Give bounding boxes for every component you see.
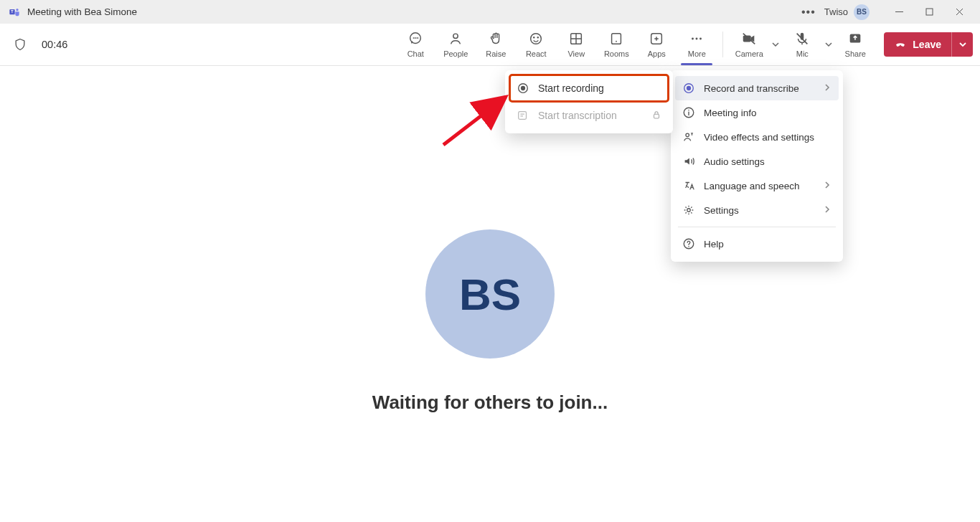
chat-icon bbox=[407, 31, 423, 47]
view-label: View bbox=[567, 49, 585, 58]
menu-meeting-info-label: Meeting info bbox=[704, 108, 757, 118]
leave-options-chevron-icon[interactable] bbox=[951, 32, 973, 57]
camera-label: Camera bbox=[735, 49, 763, 58]
camera-options-chevron-icon[interactable] bbox=[769, 40, 782, 49]
menu-audio-settings[interactable]: Audio settings bbox=[675, 149, 839, 174]
meeting-toolbar: 00:46 Chat People Raise React View bbox=[0, 24, 980, 66]
chevron-right-icon bbox=[823, 205, 831, 216]
apps-label: Apps bbox=[648, 49, 666, 58]
menu-separator bbox=[678, 227, 836, 227]
svg-rect-3 bbox=[926, 9, 933, 15]
hangup-icon bbox=[894, 37, 907, 52]
more-menu: Record and transcribe Meeting info Video… bbox=[671, 70, 843, 262]
people-label: People bbox=[443, 49, 468, 58]
raise-label: Raise bbox=[486, 49, 506, 58]
meeting-timer: 00:46 bbox=[42, 39, 67, 50]
menu-settings-label: Settings bbox=[704, 205, 739, 216]
menu-help[interactable]: Help bbox=[675, 232, 839, 256]
chat-button[interactable]: Chat bbox=[395, 24, 435, 65]
svg-point-12 bbox=[692, 38, 694, 40]
info-icon bbox=[682, 106, 695, 119]
submenu-start-transcription: Start transcription bbox=[509, 102, 669, 129]
svg-point-25 bbox=[521, 86, 525, 90]
waiting-text: Waiting for others to join... bbox=[372, 392, 608, 414]
rooms-button[interactable]: Rooms bbox=[596, 24, 636, 65]
mic-off-icon bbox=[794, 31, 810, 47]
audio-icon bbox=[682, 155, 695, 168]
mic-button[interactable]: Mic bbox=[782, 24, 822, 65]
menu-record-transcribe[interactable]: Record and transcribe bbox=[675, 76, 839, 100]
svg-point-6 bbox=[531, 34, 542, 44]
leave-button[interactable]: Leave bbox=[884, 32, 973, 57]
menu-language-speech[interactable]: Language and speech bbox=[675, 174, 839, 198]
meeting-title: Meeting with Bea Simone bbox=[27, 6, 137, 17]
people-icon bbox=[448, 31, 463, 47]
svg-point-5 bbox=[453, 34, 458, 38]
rooms-icon bbox=[608, 31, 624, 47]
chevron-right-icon bbox=[823, 181, 831, 191]
svg-point-19 bbox=[687, 86, 691, 90]
camera-off-icon bbox=[741, 31, 757, 47]
react-label: React bbox=[526, 49, 547, 58]
svg-point-2 bbox=[16, 9, 18, 11]
window-titlebar: T Meeting with Bea Simone ••• Twiso BS bbox=[0, 0, 980, 24]
toolbar-separator bbox=[722, 32, 723, 57]
menu-record-transcribe-label: Record and transcribe bbox=[704, 83, 799, 94]
language-icon bbox=[682, 179, 695, 192]
transcription-icon bbox=[517, 109, 529, 122]
video-effects-icon bbox=[682, 130, 695, 143]
svg-point-13 bbox=[696, 38, 698, 40]
gear-icon bbox=[682, 204, 695, 217]
mic-options-chevron-icon[interactable] bbox=[822, 40, 835, 49]
lock-icon bbox=[651, 110, 661, 122]
menu-audio-settings-label: Audio settings bbox=[704, 156, 765, 167]
participant-avatar: BS bbox=[425, 229, 555, 359]
share-label: Share bbox=[845, 49, 866, 58]
chevron-right-icon bbox=[823, 83, 831, 94]
avatar-small[interactable]: BS bbox=[854, 4, 870, 20]
teams-icon: T bbox=[9, 6, 20, 18]
mic-label: Mic bbox=[796, 49, 809, 58]
window-close-button[interactable] bbox=[944, 0, 974, 24]
leave-label: Leave bbox=[913, 39, 941, 50]
raise-icon bbox=[488, 31, 504, 47]
apps-icon bbox=[649, 31, 664, 47]
svg-point-8 bbox=[537, 37, 538, 38]
camera-button[interactable]: Camera bbox=[729, 24, 769, 65]
svg-point-7 bbox=[534, 37, 534, 38]
svg-point-21 bbox=[686, 133, 689, 137]
window-minimize-button[interactable] bbox=[884, 0, 914, 24]
view-icon bbox=[568, 31, 584, 47]
apps-button[interactable]: Apps bbox=[636, 24, 677, 65]
svg-rect-10 bbox=[612, 34, 621, 44]
more-label: More bbox=[688, 49, 706, 58]
user-name: Twiso bbox=[824, 6, 848, 17]
more-button[interactable]: More bbox=[677, 24, 717, 65]
submenu-start-recording[interactable]: Start recording bbox=[509, 75, 669, 102]
more-icon bbox=[689, 31, 705, 47]
svg-point-22 bbox=[687, 209, 691, 212]
svg-point-14 bbox=[699, 38, 702, 40]
svg-rect-27 bbox=[654, 114, 659, 118]
react-icon bbox=[528, 31, 544, 47]
shield-icon[interactable] bbox=[13, 37, 27, 52]
menu-meeting-info[interactable]: Meeting info bbox=[675, 100, 839, 125]
menu-video-effects[interactable]: Video effects and settings bbox=[675, 125, 839, 149]
svg-rect-26 bbox=[519, 112, 527, 120]
chat-label: Chat bbox=[407, 49, 424, 58]
more-menu-titlebar-icon[interactable]: ••• bbox=[801, 6, 816, 19]
people-button[interactable]: People bbox=[435, 24, 476, 65]
menu-video-effects-label: Video effects and settings bbox=[704, 132, 814, 143]
help-icon bbox=[682, 237, 695, 250]
raise-button[interactable]: Raise bbox=[476, 24, 516, 65]
record-transcribe-submenu: Start recording Start transcription bbox=[505, 70, 673, 133]
menu-settings[interactable]: Settings bbox=[675, 198, 839, 222]
share-button[interactable]: Share bbox=[835, 24, 875, 65]
react-button[interactable]: React bbox=[516, 24, 556, 65]
menu-help-label: Help bbox=[704, 239, 724, 250]
view-button[interactable]: View bbox=[556, 24, 596, 65]
record-icon bbox=[682, 82, 695, 95]
rooms-label: Rooms bbox=[604, 49, 629, 58]
window-maximize-button[interactable] bbox=[914, 0, 944, 24]
submenu-start-transcription-label: Start transcription bbox=[538, 110, 617, 121]
